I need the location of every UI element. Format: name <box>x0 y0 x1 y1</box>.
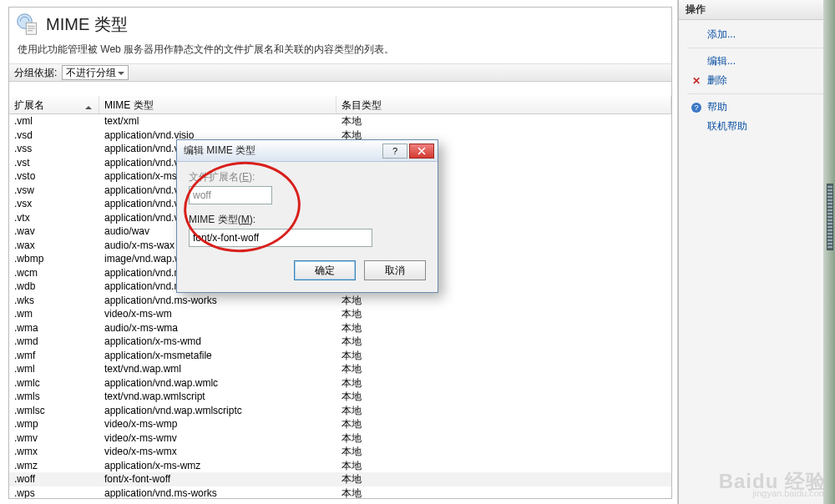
cell-ext: .woff <box>9 472 99 486</box>
cell-ext: .vss <box>9 142 99 156</box>
cell-source: 本地 <box>337 445 671 459</box>
cell-mime: application/vnd.ms-works <box>99 486 337 499</box>
cell-mime: text/vnd.wap.wmlscript <box>99 390 337 404</box>
action-edit[interactable]: 编辑... <box>679 52 835 71</box>
action-help[interactable]: ? 帮助 <box>679 98 835 117</box>
cell-source: 本地 <box>337 472 671 486</box>
blank-icon <box>691 56 702 68</box>
cell-ext: .wmx <box>9 445 99 459</box>
table-row[interactable]: .wmltext/vnd.wap.wml本地 <box>9 362 671 376</box>
actions-pane: 操作 添加... 编辑... ✕ 删除 ? 帮助 联机帮助 <box>678 0 835 504</box>
cell-ext: .wmd <box>9 335 99 349</box>
cell-ext: .wmf <box>9 349 99 363</box>
cell-ext: .wmp <box>9 417 99 431</box>
separator <box>687 48 827 48</box>
blank-icon <box>691 121 702 133</box>
table-row[interactable]: .wpsapplication/vnd.ms-works本地 <box>9 486 671 499</box>
dialog-close-button[interactable] <box>409 144 434 159</box>
cell-ext: .wav <box>9 224 99 239</box>
table-row[interactable]: .wofffont/x-font-woff本地 <box>9 472 671 486</box>
cell-ext: .vsd <box>9 129 99 143</box>
cell-source: 本地 <box>337 349 671 363</box>
cell-source: 本地 <box>337 417 671 431</box>
table-row[interactable]: .vmltext/xml本地 <box>9 114 671 129</box>
dialog-title: 编辑 MIME 类型 <box>184 144 382 158</box>
close-icon <box>418 147 426 155</box>
blank-icon <box>691 29 702 41</box>
cell-source: 本地 <box>337 459 671 473</box>
table-row[interactable]: .wmvvideo/x-ms-wmv本地 <box>9 431 671 446</box>
cell-ext: .wps <box>9 486 99 499</box>
cancel-button[interactable]: 取消 <box>364 260 426 280</box>
table-row[interactable]: .wmxvideo/x-ms-wmx本地 <box>9 445 671 459</box>
table-row[interactable]: .wmlstext/vnd.wap.wmlscript本地 <box>9 390 671 404</box>
svg-rect-2 <box>28 26 35 27</box>
table-row[interactable]: .wmzapplication/x-ms-wmz本地 <box>9 459 671 473</box>
cell-source: 本地 <box>337 335 671 349</box>
mime-input[interactable] <box>189 229 372 247</box>
mime-types-icon <box>16 13 39 36</box>
cell-mime: video/x-ms-wmx <box>99 445 337 459</box>
cell-mime: font/x-font-woff <box>99 472 337 486</box>
cell-ext: .vsto <box>9 169 99 184</box>
cell-source: 本地 <box>337 390 671 404</box>
table-row[interactable]: .wmlcapplication/vnd.wap.wmlc本地 <box>9 376 671 391</box>
cell-ext: .wml <box>9 362 99 376</box>
cell-source: 本地 <box>337 114 671 129</box>
table-row[interactable]: .wmfapplication/x-msmetafile本地 <box>9 349 671 363</box>
separator <box>687 93 827 94</box>
cell-ext: .vsw <box>9 184 99 198</box>
window-edge-strip <box>823 0 835 504</box>
cell-mime: video/x-ms-wmv <box>99 431 337 446</box>
table-row[interactable]: .wmvideo/x-ms-wm本地 <box>9 307 671 321</box>
cell-ext: .vsx <box>9 197 99 211</box>
watermark-logo: Baidu 经验 <box>719 476 827 487</box>
col-header-mime[interactable]: MIME 类型 <box>99 96 337 113</box>
cell-source: 本地 <box>337 376 671 391</box>
table-row[interactable]: .wmdapplication/x-ms-wmd本地 <box>9 335 671 349</box>
col-header-extension[interactable]: 扩展名 <box>9 96 99 113</box>
grouping-bar: 分组依据: 不进行分组 <box>9 63 671 82</box>
ext-input[interactable] <box>189 186 272 204</box>
dialog-body: 文件扩展名(E): MIME 类型(M): <box>177 162 438 252</box>
cell-source: 本地 <box>337 362 671 376</box>
cell-ext: .wmv <box>9 431 99 446</box>
dialog-titlebar[interactable]: 编辑 MIME 类型 ? <box>177 140 438 162</box>
svg-text:?: ? <box>694 103 698 112</box>
cell-ext: .wm <box>9 307 99 321</box>
table-header: 扩展名 MIME 类型 条目类型 <box>9 96 671 114</box>
cell-mime: application/vnd.wap.wmlscriptc <box>99 404 337 418</box>
svg-rect-4 <box>28 30 33 31</box>
resize-grip[interactable] <box>827 184 833 250</box>
svg-rect-3 <box>28 28 35 28</box>
cell-mime: application/x-ms-wmz <box>99 459 337 473</box>
action-online-help[interactable]: 联机帮助 <box>679 117 835 136</box>
table-row[interactable]: .wmaaudio/x-ms-wma本地 <box>9 321 671 335</box>
cell-source: 本地 <box>337 307 671 321</box>
cell-source: 本地 <box>337 294 671 308</box>
col-header-source[interactable]: 条目类型 <box>337 96 671 113</box>
cell-ext: .wbmp <box>9 252 99 266</box>
cell-mime: application/x-msmetafile <box>99 349 337 363</box>
cell-mime: audio/x-ms-wma <box>99 321 337 335</box>
grouping-select[interactable]: 不进行分组 <box>62 65 129 80</box>
watermark: Baidu 经验 jingyan.baidu.com <box>719 476 827 499</box>
table-row[interactable]: .wmlscapplication/vnd.wap.wmlscriptc本地 <box>9 404 671 418</box>
action-add[interactable]: 添加... <box>679 25 835 44</box>
cell-ext: .vtx <box>9 211 99 225</box>
cell-mime: application/vnd.wap.wmlc <box>99 376 337 391</box>
action-delete[interactable]: ✕ 删除 <box>679 71 835 90</box>
page-subtitle: 使用此功能管理被 Web 服务器用作静态文件的文件扩展名和关联的内容类型的列表。 <box>9 43 671 63</box>
table-row[interactable]: .wmpvideo/x-ms-wmp本地 <box>9 417 671 431</box>
cell-mime: text/vnd.wap.wml <box>99 362 337 376</box>
edit-mime-dialog: 编辑 MIME 类型 ? 文件扩展名(E): MIME 类型(M): 确定 取消 <box>176 139 438 293</box>
table-row[interactable]: .wksapplication/vnd.ms-works本地 <box>9 294 671 308</box>
cell-mime: video/x-ms-wm <box>99 307 337 321</box>
ok-button[interactable]: 确定 <box>294 260 356 280</box>
dialog-help-button[interactable]: ? <box>382 144 407 159</box>
dialog-footer: 确定 取消 <box>177 252 438 292</box>
cell-ext: .wks <box>9 294 99 308</box>
help-icon: ? <box>691 102 702 113</box>
cell-ext: .vml <box>9 114 99 129</box>
cell-mime: application/vnd.ms-works <box>99 294 337 308</box>
